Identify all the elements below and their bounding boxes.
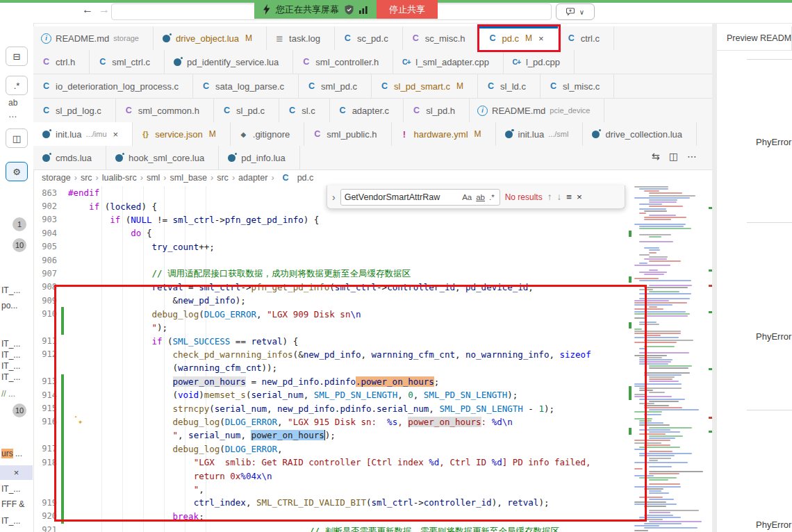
next-match-icon[interactable]: ↓ (556, 192, 561, 202)
tab-drive-object-lua[interactable]: drive_object.luaM (154, 26, 267, 50)
tab-drive-collection-lua[interactable]: drive_collection.lua (583, 122, 697, 146)
close-tab-icon[interactable]: × (538, 33, 544, 44)
tab-pd-c[interactable]: Cpd.cM× (479, 26, 558, 50)
tab-adapter-c[interactable]: Cadapter.c (330, 99, 404, 122)
tab-sata-log-parse-c[interactable]: Csata_log_parse.c (193, 74, 299, 98)
tab-init-lua[interactable]: init.lua.../sml (496, 122, 584, 146)
truncated-list-item[interactable]: // ... (1, 389, 15, 399)
tab-sml-common-h[interactable]: Csml_common.h (116, 99, 214, 122)
code-line: 913 power_on_hours = new_pd_info.pdinfo.… (33, 375, 629, 388)
tab-ctrl-c[interactable]: Cctrl.c (559, 26, 614, 50)
regex-toggle[interactable]: .* (488, 193, 496, 201)
c-file-icon: C (41, 81, 51, 92)
truncated-list-item[interactable]: IT_... (1, 372, 20, 382)
tab-label: sml_ctrl.c (112, 57, 150, 67)
tab-sml-public-h[interactable]: Csml_public.h (304, 122, 391, 146)
tab-l-pd-cpp[interactable]: C+l_pd.cpp (504, 50, 575, 74)
close-find-icon[interactable]: × (577, 192, 582, 202)
tab-pd-info-lua[interactable]: pd_info.lua (219, 146, 300, 169)
code-editor[interactable]: 863#endif902 if (locked) {903 if (NULL !… (33, 186, 629, 532)
tab-pd-identify-service-lua[interactable]: pd_identify_service.lua (165, 50, 293, 74)
tab-sl-pd-smart-c[interactable]: Csl_pd_smart.cM (372, 74, 478, 98)
whole-word-toggle[interactable]: ab (475, 193, 486, 201)
stop-sharing-button[interactable]: 停止共享 (377, 0, 438, 19)
tab-preview-readme[interactable]: Preview READM (717, 26, 792, 50)
open-changes-icon[interactable]: ⇆ (652, 151, 660, 162)
dismiss-item-row[interactable]: × (0, 465, 33, 480)
tab-io-deterioration-log-process-c[interactable]: Cio_deterioration_log_process.c (33, 74, 193, 98)
find-input[interactable]: GetVendorSmartAttrRaw Aa ab .* (340, 189, 500, 206)
back-arrow-icon[interactable]: ← (82, 3, 93, 16)
tab--gitignore[interactable]: ◆.gitignore (231, 122, 304, 146)
tab-readme-md[interactable]: iREADME.mdstorage (33, 26, 154, 50)
tab-init-lua[interactable]: init.lua.../imu× (33, 122, 133, 146)
chevron-down-icon: ∨ (579, 8, 584, 16)
truncated-list-item[interactable]: IT_... (1, 484, 20, 494)
truncated-list-item[interactable]: IT_... (1, 285, 20, 295)
code-text: if (locked) { (68, 201, 157, 212)
tab-sc-pd-c[interactable]: Csc_pd.c (335, 26, 403, 50)
breadcrumb-item[interactable]: lualib-src (102, 173, 137, 183)
tab-readme-md[interactable]: iREADME.mdpcie_device (470, 99, 604, 122)
tab-hardware-yml[interactable]: !hardware.ymlM (392, 122, 496, 146)
breadcrumb[interactable]: storage›src›lualib-src›sml›sml_base›src›… (42, 169, 709, 186)
tab-sml-controller-h[interactable]: Csml_controller.h (293, 50, 393, 74)
breadcrumb-item[interactable]: src (217, 173, 229, 183)
truncated-list-item[interactable]: urs ... (1, 449, 22, 458)
truncated-list-item[interactable]: po... (1, 301, 17, 310)
more-actions-icon[interactable]: ⋯ (687, 151, 697, 162)
tab-task-log[interactable]: ≣task.log (267, 26, 335, 50)
forward-arrow-icon[interactable]: → (99, 3, 110, 16)
truncated-list-item[interactable]: IT_... (1, 361, 20, 371)
more-actions-icon[interactable]: ⋯ (8, 112, 17, 122)
tab-sml-pd-c[interactable]: Csml_pd.c (299, 74, 372, 98)
tab-service-json[interactable]: {}service.jsonM (133, 122, 231, 146)
split-editor-icon[interactable]: ◫ (6, 128, 28, 148)
tab-l-sml-adapter-cpp[interactable]: C+l_sml_adapter.cpp (393, 50, 504, 74)
screen-share-banner: 您正在共享屏幕 停止共享 (254, 0, 438, 19)
minimap-line (644, 523, 682, 524)
breadcrumb-file[interactable]: pd.c (297, 173, 314, 183)
tab-sl-pd-c[interactable]: Csl_pd.c (214, 99, 279, 122)
breadcrumb-item[interactable]: sml_base (170, 173, 208, 183)
minimap-line (644, 444, 670, 446)
tab-sc-misc-h[interactable]: Csc_misc.h (403, 26, 480, 50)
minimap-line (634, 530, 648, 531)
code-line: 916✦✦ debug_log(DLOG_ERROR, "LGX 915 Dis… (33, 415, 629, 429)
tab-ctrl-h[interactable]: Cctrl.h (33, 50, 90, 74)
minimap-line (649, 201, 677, 203)
breadcrumb-item[interactable]: src (81, 173, 92, 183)
tab-cmds-lua[interactable]: cmds.lua (33, 146, 106, 169)
breadcrumb-item[interactable]: storage (42, 173, 71, 183)
breadcrumb-item[interactable]: sml (147, 173, 160, 183)
replace-all-icon[interactable]: ab (8, 98, 17, 108)
minimap-line (639, 497, 663, 498)
breadcrumb-item[interactable]: adapter (238, 173, 267, 183)
truncated-list-item[interactable]: IT_... (1, 516, 20, 526)
regex-icon[interactable]: .* (6, 76, 28, 95)
find-in-selection-icon[interactable]: ≡ (566, 192, 572, 202)
line-number: 916 (33, 417, 57, 426)
settings-gear-icon[interactable]: ⚙ (6, 162, 28, 181)
tab-sml-ctrl-c[interactable]: Csml_ctrl.c (90, 50, 165, 74)
tab-sl-pd-log-c[interactable]: Csl_pd_log.c (33, 99, 116, 122)
sparkle-icon[interactable]: ✦✦ (78, 417, 83, 426)
minimize-panel-icon[interactable]: ⊟ (6, 47, 28, 66)
editor-group-divider[interactable] (712, 23, 717, 532)
minimap-line (644, 488, 663, 490)
previous-match-icon[interactable]: ↑ (547, 192, 552, 202)
chat-dropdown-button[interactable]: ∨ (556, 3, 595, 20)
toggle-replace-chevron-icon[interactable]: › (332, 192, 336, 203)
truncated-list-item[interactable]: IT_... (1, 350, 20, 360)
tab-sl-pd-h[interactable]: Csl_pd.h (404, 99, 470, 122)
tab-sl-ld-c[interactable]: Csl_ld.c (478, 74, 541, 98)
tab-sl-c[interactable]: Csl.c (279, 99, 330, 122)
truncated-list-item[interactable]: IT_... (1, 339, 20, 349)
tab-sl-misc-c[interactable]: Csl_misc.c (541, 74, 614, 98)
truncated-list-item[interactable]: FFF & (1, 499, 24, 509)
minimap[interactable] (629, 186, 707, 532)
tab-hook-sml-core-lua[interactable]: hook_sml_core.lua (106, 146, 219, 169)
split-editor-icon[interactable]: ◫ (669, 151, 678, 162)
match-case-toggle[interactable]: Aa (461, 193, 473, 201)
close-tab-icon[interactable]: × (113, 129, 119, 140)
